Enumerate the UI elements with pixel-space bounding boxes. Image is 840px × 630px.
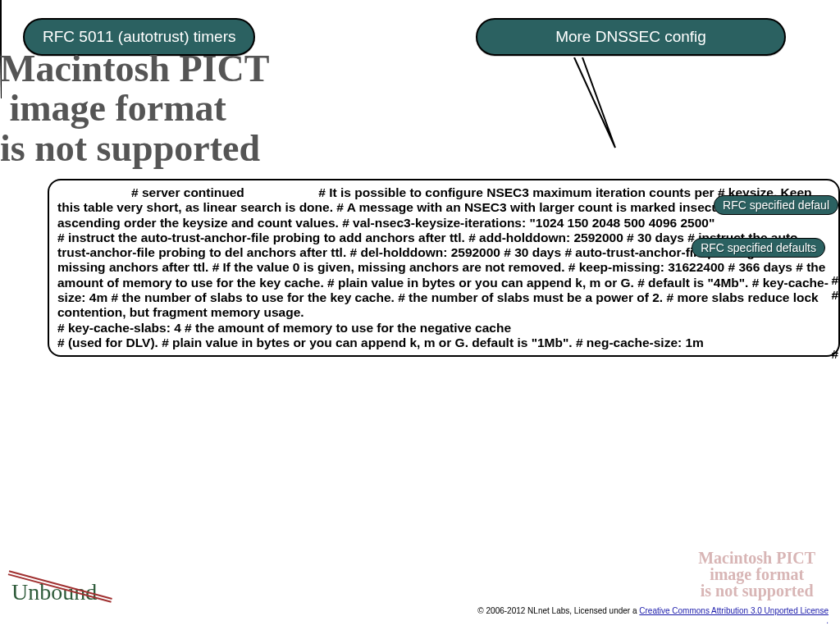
- cfg-line-5: # (used for DLV). # plain value in bytes…: [57, 336, 704, 349]
- pict-error-large: Macintosh PICT image format is not suppo…: [0, 49, 269, 168]
- callout-more-dnssec: More DNSSEC config: [476, 18, 786, 56]
- footer-license: © 2006-2012 NLnet Labs, Licensed under a…: [477, 606, 829, 625]
- footer-prefix: © 2006-2012 NLnet Labs, Licensed under a: [477, 606, 639, 615]
- tag-rfc-defaults-1: RFC specified defaul: [714, 195, 838, 215]
- unbound-logo: Unbound: [11, 579, 97, 605]
- overflow-hash-2: #: [831, 288, 838, 303]
- overflow-hash-3: #: [831, 347, 838, 362]
- tag-rfc-defaults-2: RFC specified defaults: [692, 238, 825, 258]
- pict-error-small-line3: is not supported: [701, 582, 814, 600]
- cfg-line-1b: # It is possible to configure NSEC3 maxi…: [318, 185, 691, 199]
- pict-error-small: Macintosh PICT image format is not suppo…: [698, 550, 815, 599]
- cfg-line-4: # key-cache-slabs: 4 # the amount of mem…: [57, 321, 511, 335]
- footer-license-link[interactable]: Creative Commons Attribution 3.0 Unporte…: [639, 606, 829, 615]
- overflow-hash-1: #: [831, 273, 838, 288]
- pict-error-large-line2: image format: [10, 87, 226, 129]
- pict-error-large-line3: is not supported: [0, 127, 260, 169]
- cfg-line-1a: # server continued: [131, 185, 244, 199]
- footer-suffix: .: [826, 616, 829, 625]
- pict-error-small-line1: Macintosh PICT: [698, 549, 815, 567]
- pict-error-large-line1: Macintosh PICT: [0, 48, 269, 89]
- callout-tail-right: [566, 57, 623, 172]
- pict-error-small-line2: image format: [710, 565, 804, 583]
- unbound-logo-text: Unbound: [11, 579, 97, 605]
